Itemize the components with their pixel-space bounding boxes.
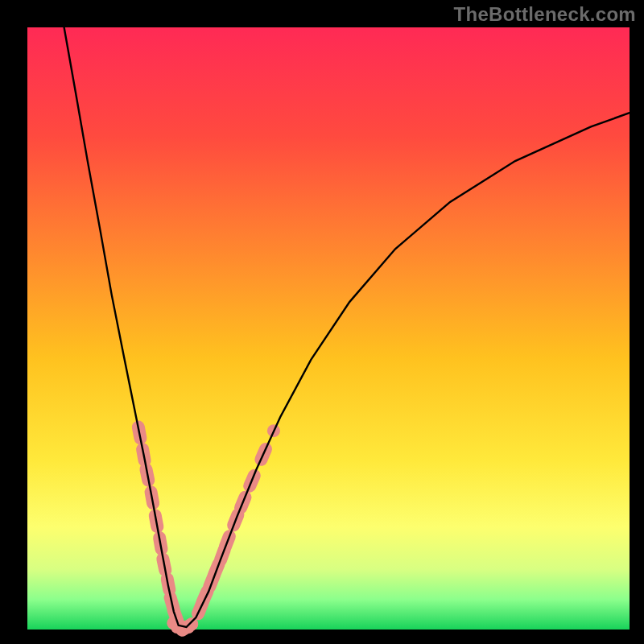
bottleneck-curve [64,27,630,627]
highlight-blobs [138,427,274,630]
watermark-label: TheBottleneck.com [454,3,636,26]
chart-root: TheBottleneck.com [0,0,644,644]
chart-overlay [0,0,644,644]
